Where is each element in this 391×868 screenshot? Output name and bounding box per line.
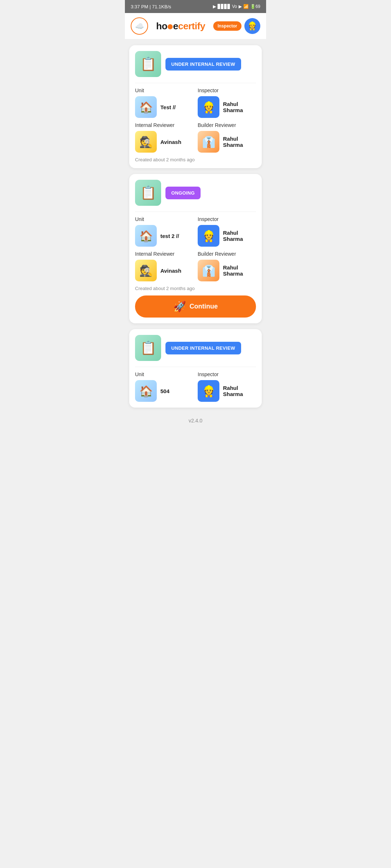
wifi-icon: ▶ <box>239 4 242 9</box>
card-1-unit-label: Unit <box>135 88 193 93</box>
inspection-card-1: 📋 UNDER INTERNAL REVIEW Unit 🏠 Test // I… <box>129 45 262 168</box>
logo-text-home: ho <box>156 21 167 31</box>
cloud-icon[interactable]: ☁️ <box>131 17 148 35</box>
card-2-inspector-label: Inspector <box>198 216 256 222</box>
logo-text-certify: certify <box>178 21 205 31</box>
unit-house-icon: 🏠 <box>135 96 157 118</box>
card-2-reviewer-section: Internal Reviewer 🕵️ Avinash <box>135 251 193 281</box>
logo: hoecertify <box>156 21 205 32</box>
card-1-reviewer-name: Avinash <box>160 139 181 145</box>
card-3-status-badge: UNDER INTERNAL REVIEW <box>165 342 241 354</box>
status-bar: 3:37 PM | 71.1KB/s ▶ ▊▊▊▊ Vo ▶ 📶 🔋69 <box>125 0 266 13</box>
continue-label: Continue <box>190 303 218 310</box>
bluetooth-icon: ▶ <box>213 4 216 9</box>
card-2-builder-name: Rahul Sharma <box>223 264 256 277</box>
unit-house-icon-3: 🏠 <box>135 380 157 402</box>
card-1-inspector-name: Rahul Sharma <box>223 101 256 113</box>
divider-2 <box>135 212 256 212</box>
card-2-builder-label: Builder Reviewer <box>198 251 256 257</box>
signal-icon: ▊▊▊▊ <box>218 4 231 9</box>
card-1-unit-name: Test // <box>160 104 176 110</box>
card-2-reviewer-label: Internal Reviewer <box>135 251 193 257</box>
logo-text-me: e <box>173 21 178 31</box>
card-1-grid: Unit 🏠 Test // Inspector 👷 Rahul Sharma … <box>135 88 256 153</box>
card-2-builder-row: 👔 Rahul Sharma <box>198 260 256 281</box>
card-1-reviewer-section: Internal Reviewer 🕵️ Avinash <box>135 122 193 153</box>
card-1-inspector-section: Inspector 👷 Rahul Sharma <box>198 88 256 118</box>
reviewer-avatar: 🕵️ <box>135 131 157 153</box>
card-3-header: 📋 UNDER INTERNAL REVIEW <box>135 335 256 361</box>
unit-house-icon-2: 🏠 <box>135 225 157 247</box>
avatar-emoji: 👷 <box>247 21 257 31</box>
battery-icon: 🔋69 <box>250 4 260 9</box>
card-3-unit-name: 504 <box>160 388 169 394</box>
card-3-unit-section: Unit 🏠 504 <box>135 371 193 402</box>
card-2-header: 📋 ONGOING <box>135 180 256 206</box>
card-1-unit-row: 🏠 Test // <box>135 96 193 118</box>
card-2-grid: Unit 🏠 test 2 // Inspector 👷 Rahul Sharm… <box>135 216 256 281</box>
vo-wifi-label: Vo <box>232 4 237 9</box>
card-2-status-badge: ONGOING <box>165 187 201 199</box>
wifi-signal-icon: 📶 <box>243 4 249 9</box>
card-2-inspector-section: Inspector 👷 Rahul Sharma <box>198 216 256 247</box>
main-content: 📋 UNDER INTERNAL REVIEW Unit 🏠 Test // I… <box>125 39 266 437</box>
card-2-unit-row: 🏠 test 2 // <box>135 225 193 247</box>
builder-avatar: 👔 <box>198 131 219 153</box>
card-1-builder-row: 👔 Rahul Sharma <box>198 131 256 153</box>
card-2-unit-label: Unit <box>135 216 193 222</box>
inspector-avatar-2: 👷 <box>198 225 219 247</box>
card-3-inspector-row: 👷 Rahul Sharma <box>198 380 256 402</box>
logo-o-circle <box>168 24 173 29</box>
avatar[interactable]: 👷 <box>244 18 260 34</box>
card-3-unit-label: Unit <box>135 371 193 377</box>
rocket-icon: 🚀 <box>173 301 186 312</box>
card-1-icon: 📋 <box>135 51 161 77</box>
card-3-inspector-name: Rahul Sharma <box>223 385 256 397</box>
card-1-status-badge: UNDER INTERNAL REVIEW <box>165 58 241 71</box>
card-2-builder-section: Builder Reviewer 👔 Rahul Sharma <box>198 251 256 281</box>
inspector-avatar-3: 👷 <box>198 380 219 402</box>
card-3-grid: Unit 🏠 504 Inspector 👷 Rahul Sharma <box>135 371 256 402</box>
status-icons: ▶ ▊▊▊▊ Vo ▶ 📶 🔋69 <box>213 4 260 9</box>
inspector-badge[interactable]: Inspector <box>213 21 241 31</box>
card-3-icon: 📋 <box>135 335 161 361</box>
inspection-card-3: 📋 UNDER INTERNAL REVIEW Unit 🏠 504 Inspe… <box>129 329 262 408</box>
inspector-avatar: 👷 <box>198 96 219 118</box>
card-2-unit-section: Unit 🏠 test 2 // <box>135 216 193 247</box>
card-1-header: 📋 UNDER INTERNAL REVIEW <box>135 51 256 77</box>
version-text: v2.4.0 <box>129 413 262 431</box>
card-2-created: Created about 2 months ago <box>135 286 256 291</box>
divider-3 <box>135 367 256 367</box>
card-2-icon: 📋 <box>135 180 161 206</box>
card-2-unit-name: test 2 // <box>160 233 179 239</box>
inspection-card-2: 📋 ONGOING Unit 🏠 test 2 // Inspector 👷 R… <box>129 174 262 323</box>
card-1-unit-section: Unit 🏠 Test // <box>135 88 193 118</box>
status-time-network: 3:37 PM | 71.1KB/s <box>131 4 171 9</box>
builder-avatar-2: 👔 <box>198 260 219 281</box>
reviewer-avatar-2: 🕵️ <box>135 260 157 281</box>
card-3-inspector-section: Inspector 👷 Rahul Sharma <box>198 371 256 402</box>
header-right: Inspector 👷 <box>213 18 260 34</box>
card-1-builder-label: Builder Reviewer <box>198 122 256 128</box>
card-3-inspector-label: Inspector <box>198 371 256 377</box>
card-3-unit-row: 🏠 504 <box>135 380 193 402</box>
card-1-reviewer-row: 🕵️ Avinash <box>135 131 193 153</box>
header: ☁️ hoecertify Inspector 👷 <box>125 13 266 39</box>
divider <box>135 83 256 83</box>
card-1-reviewer-label: Internal Reviewer <box>135 122 193 128</box>
card-1-inspector-label: Inspector <box>198 88 256 93</box>
card-1-builder-name: Rahul Sharma <box>223 136 256 148</box>
card-2-inspector-row: 👷 Rahul Sharma <box>198 225 256 247</box>
card-1-created: Created about 2 months ago <box>135 157 256 162</box>
continue-button[interactable]: 🚀 Continue <box>135 295 256 318</box>
card-1-builder-section: Builder Reviewer 👔 Rahul Sharma <box>198 122 256 153</box>
card-2-inspector-name: Rahul Sharma <box>223 230 256 242</box>
card-2-reviewer-name: Avinash <box>160 268 181 274</box>
card-1-inspector-row: 👷 Rahul Sharma <box>198 96 256 118</box>
card-2-reviewer-row: 🕵️ Avinash <box>135 260 193 281</box>
